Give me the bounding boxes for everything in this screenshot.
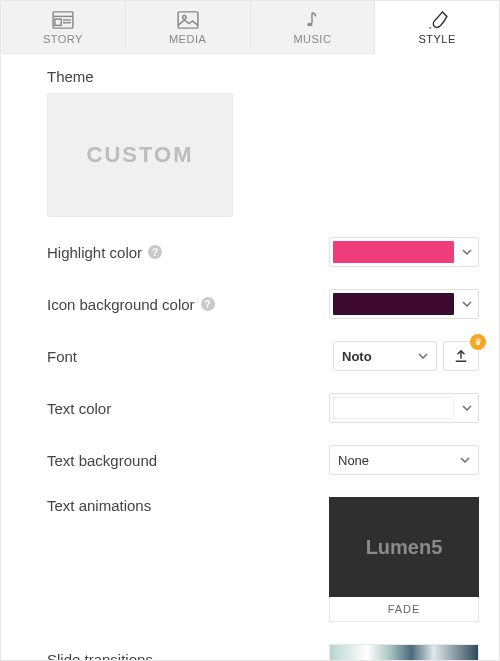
theme-swatch-custom[interactable]: CUSTOM: [47, 93, 233, 217]
upload-icon: [454, 349, 468, 363]
font-label: Font: [47, 348, 77, 365]
help-icon[interactable]: ?: [201, 297, 215, 311]
tab-label: MUSIC: [293, 33, 331, 45]
music-icon: [301, 11, 323, 29]
media-icon: [177, 11, 199, 29]
tab-style[interactable]: STYLE: [375, 1, 499, 54]
slide-transitions-label: Slide transitions: [47, 651, 153, 662]
text-animation-card[interactable]: Lumen5 FADE: [329, 497, 479, 622]
text-background-value: None: [338, 453, 369, 468]
highlight-color-chip: [333, 241, 454, 263]
icon-background-color-picker[interactable]: [329, 289, 479, 319]
chevron-down-icon: [460, 457, 470, 463]
style-panel: Theme CUSTOM Highlight color ? Icon back…: [1, 54, 499, 661]
font-select[interactable]: Noto: [333, 341, 437, 371]
help-icon[interactable]: ?: [148, 245, 162, 259]
icon-background-color-label: Icon background color ?: [47, 296, 215, 313]
theme-section-title: Theme: [47, 68, 479, 85]
text-animation-preview: Lumen5: [329, 497, 479, 597]
tab-media[interactable]: MEDIA: [126, 1, 251, 53]
tab-label: STORY: [43, 33, 83, 45]
svg-rect-5: [178, 12, 198, 28]
text-color-label: Text color: [47, 400, 111, 417]
tab-label: MEDIA: [169, 33, 206, 45]
tab-label: STYLE: [418, 33, 455, 45]
highlight-color-label: Highlight color ?: [47, 244, 162, 261]
tab-story[interactable]: STORY: [1, 1, 126, 53]
text-background-select[interactable]: None: [329, 445, 479, 475]
chevron-down-icon: [462, 405, 472, 411]
highlight-color-picker[interactable]: [329, 237, 479, 267]
text-animations-label: Text animations: [47, 497, 151, 514]
svg-rect-2: [55, 19, 61, 25]
text-color-chip: [333, 397, 454, 419]
tabs: STORY MEDIA MUSIC STYLE: [1, 1, 499, 54]
chevron-down-icon: [418, 353, 428, 359]
svg-point-7: [307, 23, 312, 27]
icon-background-color-chip: [333, 293, 454, 315]
chevron-down-icon: [462, 301, 472, 307]
chevron-down-icon: [462, 249, 472, 255]
pro-badge-icon: ♛: [470, 334, 486, 350]
slide-transition-preview[interactable]: [329, 644, 479, 661]
text-color-picker[interactable]: [329, 393, 479, 423]
text-background-label: Text background: [47, 452, 157, 469]
theme-swatch-label: CUSTOM: [87, 142, 194, 168]
svg-point-6: [182, 16, 186, 20]
story-icon: [52, 11, 74, 29]
text-animation-caption: FADE: [329, 597, 479, 622]
style-icon: [426, 11, 448, 29]
font-select-value: Noto: [342, 349, 372, 364]
upload-font-button[interactable]: ♛: [443, 341, 479, 371]
tab-music[interactable]: MUSIC: [251, 1, 376, 53]
